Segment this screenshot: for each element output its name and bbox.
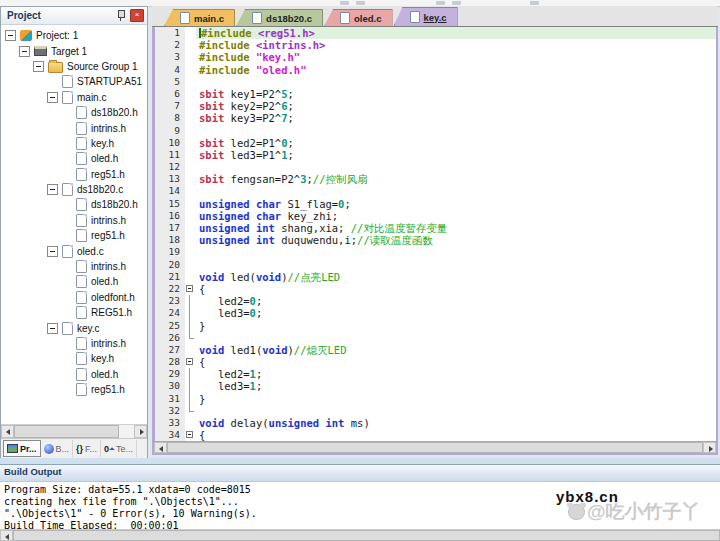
scroll-right-arrow-icon[interactable]	[703, 442, 716, 453]
tree-item[interactable]: intrins.h	[1, 213, 147, 228]
line-number: 19	[155, 246, 185, 258]
code-line[interactable]: 27void led1(void)//熄灭LED	[155, 344, 716, 356]
fold-collapse-icon[interactable]	[185, 283, 196, 295]
code-line[interactable]: 13sbit fengsan=P2^3;//控制风扇	[155, 173, 716, 185]
tree-item[interactable]: oled.h	[1, 274, 147, 289]
pin-icon[interactable]	[115, 9, 126, 22]
code-line[interactable]: 30 led3=1;	[155, 380, 716, 392]
tree-item[interactable]: ds18b20.h	[1, 197, 147, 212]
editor-horizontal-scrollbar[interactable]	[152, 441, 718, 455]
code-line[interactable]: 20	[155, 259, 716, 271]
code-line[interactable]: 10sbit led2=P1^0;	[155, 137, 716, 149]
tree-item[interactable]: intrins.h	[1, 120, 147, 135]
code-line[interactable]: 21void led(void)//点亮LED	[155, 271, 716, 283]
code-line[interactable]: 17unsigned int shang,xia; //对比温度暂存变量	[155, 222, 716, 234]
tree-item[interactable]: oled.h	[1, 367, 147, 382]
code-line[interactable]: 26	[155, 332, 716, 344]
code-line[interactable]: 29 led2=1;	[155, 368, 716, 380]
code-line[interactable]: 5	[155, 76, 716, 88]
code-line[interactable]: 32	[155, 405, 716, 417]
editor-tab-main-c[interactable]: main.c	[164, 9, 235, 26]
scrollbar-track[interactable]	[119, 425, 134, 438]
code-line[interactable]: 25}	[155, 320, 716, 332]
code-line[interactable]: 23 led2=0;	[155, 295, 716, 307]
code-line[interactable]: 12	[155, 161, 716, 173]
file-icon	[62, 322, 73, 335]
tree-item[interactable]: Project: 1	[1, 28, 147, 43]
scrollbar-thumb[interactable]	[14, 425, 119, 438]
code-line[interactable]: 11sbit led3=P1^1;	[155, 149, 716, 161]
project-horizontal-scrollbar[interactable]	[1, 424, 147, 438]
code-line[interactable]: 14	[155, 185, 716, 197]
tree-item[interactable]: ds18b20.h	[1, 105, 147, 120]
tree-item[interactable]: reg51.h	[1, 382, 147, 397]
tree-item[interactable]: intrins.h	[1, 259, 147, 274]
fold-collapse-icon[interactable]	[185, 356, 196, 368]
editor-tab-ds18b20-c[interactable]: ds18b20.c	[236, 9, 323, 26]
code-line[interactable]: 28{	[155, 356, 716, 368]
tree-item[interactable]: key.h	[1, 351, 147, 366]
scroll-left-arrow-icon[interactable]	[1, 425, 14, 438]
scrollbar-thumb[interactable]	[13, 530, 720, 541]
line-number: 3	[155, 51, 185, 63]
file-icon	[76, 275, 87, 288]
code-line[interactable]: 18unsigned int duquwendu,i;//读取温度函数	[155, 234, 716, 246]
code-line[interactable]: 6sbit key1=P2^5;	[155, 88, 716, 100]
code-line[interactable]: 22{	[155, 283, 716, 295]
tree-item[interactable]: Source Group 1	[1, 59, 147, 74]
expander-minus-icon[interactable]	[47, 323, 58, 334]
editor-tab-oled-c[interactable]: oled.c	[324, 9, 392, 26]
code-line[interactable]: 24 led3=0;	[155, 307, 716, 319]
code-text: sbit key1=P2^5;	[196, 88, 716, 100]
line-number: 16	[155, 210, 185, 222]
tree-item[interactable]: STARTUP.A51	[1, 74, 147, 89]
scrollbar-thumb[interactable]	[167, 442, 703, 453]
code-line[interactable]: 8sbit key3=P2^7;	[155, 112, 716, 124]
build-output-scrollbar[interactable]	[0, 529, 720, 541]
panel-tab-f[interactable]: {}F...	[73, 440, 101, 457]
panel-tab-b[interactable]: B...	[41, 440, 74, 457]
file-icon	[62, 75, 73, 88]
tree-item[interactable]: Target 1	[1, 43, 147, 58]
expander-minus-icon[interactable]	[19, 46, 30, 57]
tree-item[interactable]: intrins.h	[1, 336, 147, 351]
tree-item[interactable]: main.c	[1, 90, 147, 105]
expander-minus-icon[interactable]	[33, 61, 44, 72]
file-icon	[76, 291, 87, 304]
scroll-left-arrow-icon[interactable]	[0, 530, 13, 541]
code-line[interactable]: 34{	[155, 429, 716, 441]
code-line[interactable]: 16unsigned char key_zhi;	[155, 210, 716, 222]
code-line[interactable]: 7sbit key2=P2^6;	[155, 100, 716, 112]
tree-item[interactable]: key.c	[1, 320, 147, 335]
tree-item[interactable]: key.h	[1, 136, 147, 151]
code-line[interactable]: 31}	[155, 393, 716, 405]
fold-collapse-icon[interactable]	[185, 429, 196, 441]
expander-minus-icon[interactable]	[47, 246, 58, 257]
panel-tab-pr[interactable]: Pr...	[3, 440, 41, 457]
code-line[interactable]: 2#include <intrins.h>	[155, 39, 716, 51]
tree-item[interactable]: reg51.h	[1, 167, 147, 182]
tree-item[interactable]: REG51.h	[1, 305, 147, 320]
tree-item[interactable]: reg51.h	[1, 228, 147, 243]
close-icon[interactable]	[130, 9, 144, 22]
fold-margin	[185, 161, 196, 173]
tree-item[interactable]: oled.c	[1, 243, 147, 258]
tree-item[interactable]: oled.h	[1, 151, 147, 166]
expander-minus-icon[interactable]	[47, 184, 58, 195]
expander-minus-icon[interactable]	[47, 92, 58, 103]
code-line[interactable]: 1#include <reg51.h>	[155, 27, 716, 39]
code-line[interactable]: 33void delay(unsigned int ms)	[155, 417, 716, 429]
scroll-right-arrow-icon[interactable]	[134, 425, 147, 438]
code-line[interactable]: 15unsigned char S1_flag=0;	[155, 198, 716, 210]
expander-minus-icon[interactable]	[5, 30, 16, 41]
code-line[interactable]: 4#include "oled.h"	[155, 64, 716, 76]
editor-tab-key-c[interactable]: key.c	[394, 7, 458, 26]
scroll-left-arrow-icon[interactable]	[154, 442, 167, 453]
tree-item[interactable]: oledfont.h	[1, 290, 147, 305]
code-line[interactable]: 9	[155, 125, 716, 137]
panel-tab-te[interactable]: 0Te...	[101, 440, 137, 457]
code-line[interactable]: 19	[155, 246, 716, 258]
code-editor[interactable]: 1#include <reg51.h>2#include <intrins.h>…	[152, 27, 718, 441]
code-line[interactable]: 3#include "key.h"	[155, 51, 716, 63]
tree-item[interactable]: ds18b20.c	[1, 182, 147, 197]
